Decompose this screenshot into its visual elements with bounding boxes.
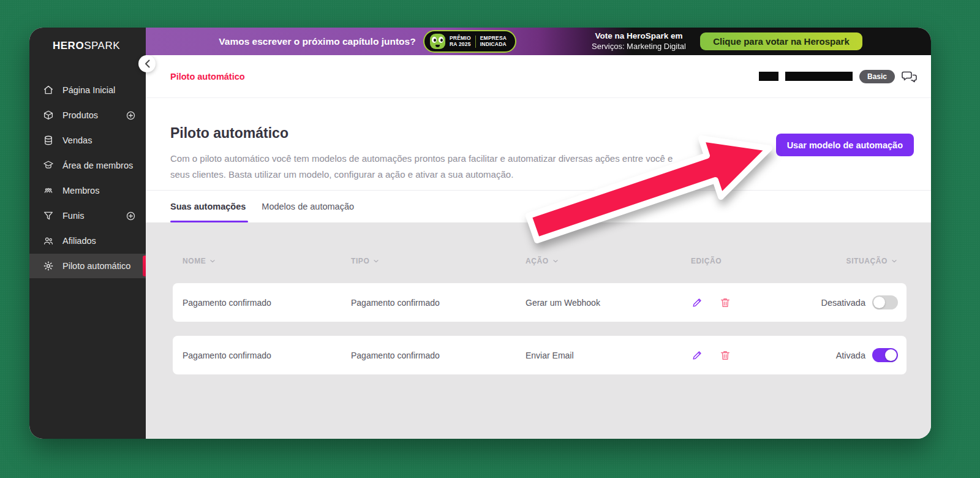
add-product-icon[interactable]	[126, 110, 136, 121]
tab-modelos-de-automacao[interactable]: Modelos de automação	[262, 191, 354, 222]
box-icon	[43, 110, 54, 121]
status-toggle-on[interactable]	[872, 348, 898, 362]
sidebar: HEROSPARK Página Inicial Produtos Vendas…	[29, 28, 146, 439]
sidebar-item-pagina-inicial[interactable]: Página Inicial	[29, 78, 146, 102]
graduation-cap-icon	[43, 160, 54, 171]
sidebar-item-label: Afiliados	[62, 236, 96, 246]
cell-acao: Gerar um Webhook	[526, 298, 691, 308]
cell-edicao	[691, 349, 801, 362]
breadcrumb[interactable]: Piloto automático	[170, 72, 245, 82]
vote-line1: Vote na HeroSpark em	[595, 31, 682, 42]
sort-chevron-icon	[552, 257, 559, 265]
sort-chevron-icon	[209, 257, 216, 265]
award-badge: PRÊMIO RA 2025 EMPRESA INDICADA	[423, 30, 516, 53]
sidebar-collapse-button[interactable]	[138, 55, 156, 72]
column-header-edicao: EDIÇÃO	[691, 257, 801, 265]
cell-tipo: Pagamento confirmado	[351, 351, 526, 360]
main-content: Piloto automático Com o piloto automátic…	[146, 98, 931, 222]
sidebar-item-afiliados[interactable]: Afiliados	[29, 229, 146, 253]
column-header-tipo[interactable]: TIPO	[351, 257, 526, 265]
redacted-username-short	[759, 72, 778, 81]
cell-nome: Pagamento confirmado	[183, 351, 351, 360]
gear-icon	[43, 260, 54, 271]
funnel-icon	[43, 210, 54, 221]
banner-message: Vamos escrever o próximo capítulo juntos…	[201, 28, 434, 55]
sidebar-item-piloto-automatico[interactable]: Piloto automático	[29, 254, 146, 278]
status-toggle-off[interactable]	[872, 295, 898, 309]
herospark-logo: HEROSPARK	[53, 40, 120, 52]
tab-suas-automacoes[interactable]: Suas automações	[170, 191, 246, 222]
award-text-premio: PRÊMIO RA 2025	[450, 36, 471, 48]
delete-trash-icon[interactable]	[719, 349, 731, 362]
sort-chevron-icon	[372, 257, 380, 265]
sidebar-item-label: Membros	[62, 186, 99, 195]
sidebar-item-label: Área de membros	[62, 161, 133, 170]
vote-line2: Serviços: Marketing Digital	[592, 42, 686, 51]
redacted-username-long	[785, 72, 853, 81]
use-automation-template-button[interactable]: Usar modelo de automação	[776, 134, 914, 156]
delete-trash-icon[interactable]	[719, 297, 731, 309]
home-icon	[43, 85, 54, 96]
sort-chevron-icon	[891, 257, 898, 265]
topbar-right-cluster: Basic	[759, 69, 918, 84]
chevron-left-icon	[145, 59, 150, 68]
sidebar-item-label: Página Inicial	[62, 85, 115, 95]
cell-nome: Pagamento confirmado	[183, 298, 351, 308]
award-separator	[475, 36, 476, 48]
edit-pencil-icon[interactable]	[691, 349, 703, 362]
group-icon	[43, 235, 54, 246]
active-indicator	[143, 256, 146, 276]
sidebar-item-vendas[interactable]: Vendas	[29, 128, 146, 153]
sidebar-item-membros[interactable]: Membros	[29, 178, 146, 203]
chat-icon[interactable]	[902, 69, 918, 84]
app-window: HEROSPARK Página Inicial Produtos Vendas…	[29, 28, 931, 439]
table-row: Pagamento confirmado Pagamento confirmad…	[173, 336, 907, 374]
cell-acao: Enviar Email	[526, 351, 691, 360]
cell-edicao	[691, 297, 801, 309]
sidebar-item-label: Vendas	[62, 135, 92, 145]
sidebar-item-label: Piloto automático	[62, 261, 130, 271]
cell-situacao: Ativada	[801, 348, 898, 362]
sidebar-item-label: Produtos	[62, 110, 98, 120]
sidebar-item-label: Funis	[62, 211, 84, 221]
sidebar-item-area-de-membros[interactable]: Área de membros	[29, 153, 146, 178]
plan-badge: Basic	[859, 70, 895, 83]
people-icon	[43, 185, 54, 196]
sidebar-item-produtos[interactable]: Produtos	[29, 103, 146, 127]
logo-bold: HERO	[53, 40, 84, 51]
topbar: Piloto automático Basic	[146, 55, 931, 98]
promo-banner: Vamos escrever o próximo capítulo juntos…	[146, 28, 931, 55]
add-funnel-icon[interactable]	[126, 211, 136, 221]
vote-cta-button[interactable]: Clique para votar na Herospark	[700, 32, 862, 50]
status-label: Desativada	[821, 298, 865, 308]
automations-table-section: NOME TIPO AÇÃO EDIÇÃO SITUAÇÃO Pagamento…	[146, 222, 931, 439]
tabs: Suas automações Modelos de automação	[146, 190, 931, 222]
page-title: Piloto automático	[170, 125, 288, 142]
sidebar-nav: Página Inicial Produtos Vendas Área de m…	[29, 78, 146, 278]
edit-pencil-icon[interactable]	[691, 297, 703, 309]
column-header-acao[interactable]: AÇÃO	[526, 257, 691, 265]
column-header-situacao[interactable]: SITUAÇÃO	[801, 257, 898, 265]
reclame-aqui-mascot-icon	[430, 34, 445, 49]
vote-text: Vote na HeroSpark em Serviços: Marketing…	[582, 28, 696, 55]
table-header-row: NOME TIPO AÇÃO EDIÇÃO SITUAÇÃO	[173, 253, 907, 269]
status-label: Ativada	[836, 351, 865, 360]
cell-situacao: Desativada	[801, 295, 898, 309]
coins-icon	[43, 135, 54, 146]
column-header-nome[interactable]: NOME	[183, 257, 351, 265]
sidebar-item-funis[interactable]: Funis	[29, 203, 146, 228]
cell-tipo: Pagamento confirmado	[351, 298, 526, 308]
logo-light: SPARK	[84, 40, 120, 51]
table-row: Pagamento confirmado Pagamento confirmad…	[173, 283, 907, 322]
page-description: Com o piloto automático você tem modelos…	[170, 151, 688, 183]
award-text-empresa: EMPRESA INDICADA	[480, 36, 507, 48]
